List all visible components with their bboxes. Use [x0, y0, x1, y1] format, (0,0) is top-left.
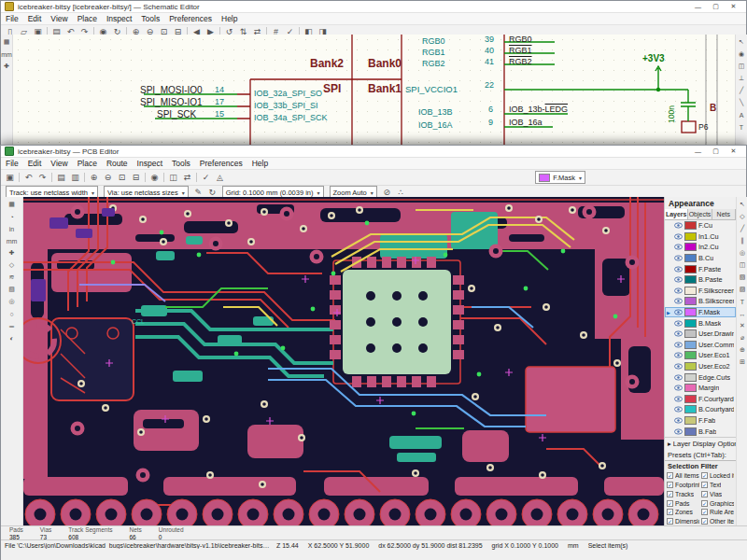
visibility-eye-icon[interactable]	[674, 396, 683, 402]
layer-color-swatch[interactable]	[684, 287, 697, 295]
update-from-schematic-icon[interactable]: ⇄	[180, 172, 194, 184]
layer-color-swatch[interactable]	[684, 308, 697, 316]
add-dimension-icon[interactable]: ↔	[737, 308, 747, 319]
layer-row-user-drawings[interactable]: User.Drawings	[665, 329, 736, 340]
find-icon[interactable]: ◉	[148, 172, 162, 184]
visibility-eye-icon[interactable]	[674, 428, 683, 435]
layer-row-b-paste[interactable]: B.Paste	[665, 274, 736, 286]
menu-file[interactable]: File	[1, 14, 23, 23]
local-ratsnest-icon[interactable]: ◇	[737, 211, 747, 222]
add-label-icon[interactable]: A	[736, 109, 747, 120]
layer-color-swatch[interactable]	[684, 351, 697, 359]
checkbox-icon[interactable]: ✓	[667, 491, 673, 497]
maximize-button[interactable]: ▢	[707, 2, 725, 12]
route-tracks-icon[interactable]: ╱	[737, 223, 747, 234]
layer-color-swatch[interactable]	[684, 265, 697, 273]
checkbox-icon[interactable]: ✓	[667, 518, 673, 525]
select-tool-icon[interactable]: ↖	[736, 36, 747, 48]
layer-row-f-cu[interactable]: F.Cu	[665, 220, 736, 231]
layer-color-swatch[interactable]	[684, 362, 697, 371]
layer-row-b-cu[interactable]: B.Cu	[665, 253, 736, 264]
menu-view[interactable]: View	[46, 14, 72, 23]
schematic-titlebar[interactable]: icebreaker-bitsy [icebreaker-bitsy/] — S…	[1, 1, 746, 13]
filter-all-items[interactable]: ✓All items	[667, 471, 699, 481]
visibility-eye-icon[interactable]	[674, 330, 683, 337]
layer-row-b-fab[interactable]: B.Fab	[665, 426, 736, 437]
grid-origin-icon[interactable]: ⊞	[737, 357, 747, 368]
filter-tracks[interactable]: ✓Tracks	[667, 489, 699, 498]
layer-row-f-fab[interactable]: F.Fab	[665, 415, 736, 427]
visibility-eye-icon[interactable]	[674, 266, 683, 273]
filter-dimensions[interactable]: ✓Dimensions	[667, 517, 699, 525]
layer-row-in2-cu[interactable]: In2.Cu	[665, 242, 736, 253]
print-icon[interactable]: ▤	[54, 172, 68, 184]
net-label[interactable]: RGB1	[509, 47, 532, 55]
active-layer-select[interactable]: F.Mask ▾	[535, 171, 585, 184]
layer-color-swatch[interactable]	[684, 416, 697, 425]
undo-icon[interactable]: ↶	[21, 172, 35, 184]
visibility-eye-icon[interactable]	[674, 342, 683, 348]
layer-row-b-silkscreen[interactable]: B.Silkscreen	[665, 296, 736, 307]
zoom-out-icon[interactable]: ⊖	[101, 172, 115, 184]
add-text-icon[interactable]: T	[736, 121, 747, 133]
checkbox-icon[interactable]: ✓	[701, 509, 708, 515]
close-button[interactable]: ✕	[725, 147, 742, 157]
layer-color-swatch[interactable]	[684, 384, 697, 392]
menu-view[interactable]: View	[46, 159, 72, 168]
add-wire-icon[interactable]: ╱	[736, 85, 747, 96]
menu-edit[interactable]: Edit	[23, 14, 47, 23]
checkbox-icon[interactable]: ✓	[701, 472, 708, 479]
layer-row-b-courtyard[interactable]: B.Courtyard	[665, 404, 736, 415]
crosshair-icon[interactable]: ✚	[1, 61, 12, 72]
net-label[interactable]: RGB2	[509, 58, 532, 66]
net-label[interactable]: SPI_MOSI-IO0	[140, 86, 203, 95]
units-inches-icon[interactable]: in	[7, 223, 18, 234]
save-icon[interactable]: ▣	[3, 172, 17, 184]
add-via-icon[interactable]: ◎	[737, 247, 747, 259]
visibility-eye-icon[interactable]	[674, 406, 683, 413]
net-label[interactable]: SPI_SCK	[157, 110, 196, 119]
visibility-eye-icon[interactable]	[674, 385, 683, 391]
menu-preferences[interactable]: Preferences	[164, 14, 217, 23]
visibility-eye-icon[interactable]	[674, 287, 683, 294]
zone-display-mode-icon[interactable]: ▧	[7, 284, 18, 295]
net-label[interactable]: SPI_MISO-IO1	[140, 98, 203, 107]
zoom-in-icon[interactable]: ⊕	[87, 172, 101, 184]
tab-nets[interactable]: Nets	[712, 209, 736, 219]
close-button[interactable]: ✕	[725, 2, 742, 12]
menu-help[interactable]: Help	[217, 14, 242, 23]
layer-color-swatch[interactable]	[684, 395, 697, 403]
curved-ratsnest-icon[interactable]: ≋	[7, 272, 18, 283]
layer-color-swatch[interactable]	[684, 221, 697, 230]
layer-row-f-silkscreen[interactable]: F.Silkscreen	[665, 286, 736, 297]
add-text-icon[interactable]: T	[737, 296, 747, 307]
redo-icon[interactable]: ↷	[35, 172, 49, 184]
layer-color-swatch[interactable]	[684, 329, 697, 338]
pcb-titlebar[interactable]: icebreaker-bitsy — PCB Editor — ▢ ✕	[1, 146, 746, 158]
layer-color-swatch[interactable]	[684, 254, 697, 262]
tab-layers[interactable]: Layers	[665, 209, 688, 219]
add-bus-icon[interactable]: ╲	[736, 97, 747, 108]
maximize-button[interactable]: ▢	[707, 147, 725, 157]
drc-icon[interactable]: ✓	[199, 172, 213, 184]
layer-row-user-eco1[interactable]: User.Eco1	[665, 350, 736, 361]
menu-file[interactable]: File	[1, 159, 23, 168]
layer-color-swatch[interactable]	[684, 319, 697, 328]
layer-color-swatch[interactable]	[684, 405, 697, 413]
filter-locked-items[interactable]: ✓Locked items	[701, 471, 734, 481]
add-zone-icon[interactable]: ▧	[737, 272, 747, 283]
layer-color-swatch[interactable]	[684, 243, 697, 251]
filter-pads[interactable]: ✓Pads	[667, 498, 699, 508]
layer-color-swatch[interactable]	[684, 341, 697, 349]
menu-help[interactable]: Help	[247, 159, 273, 168]
menu-route[interactable]: Route	[102, 159, 133, 168]
visibility-eye-icon[interactable]	[674, 222, 683, 229]
crosshair-icon[interactable]: ✚	[7, 247, 18, 259]
layer-color-swatch[interactable]	[684, 373, 697, 382]
filter-footprints[interactable]: ✓Footprints	[667, 481, 699, 490]
visibility-eye-icon[interactable]	[674, 374, 683, 381]
layer-row-f-courtyard[interactable]: F.Courtyard	[665, 394, 736, 405]
menu-tools[interactable]: Tools	[136, 14, 164, 23]
add-symbol-icon[interactable]: ◫	[736, 61, 747, 72]
checkbox-icon[interactable]: ✓	[701, 500, 708, 507]
